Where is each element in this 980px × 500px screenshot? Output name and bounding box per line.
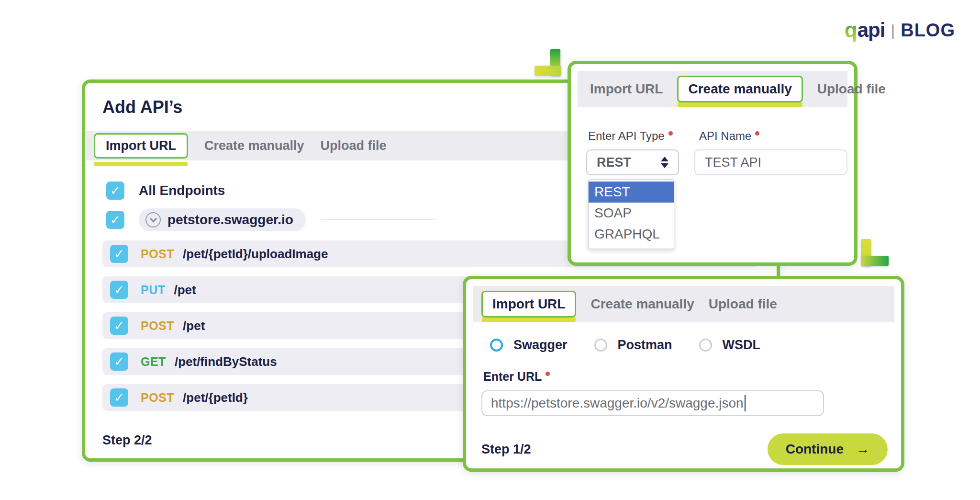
tab-import-url[interactable]: Import URL (94, 133, 188, 159)
checkbox-checked-icon[interactable] (106, 182, 124, 200)
tab-create-manually[interactable]: Create manually (204, 138, 304, 153)
page: q api | BLOG Add API’s Import URL Create… (0, 0, 980, 500)
api-type-label: Enter API Type (588, 129, 699, 143)
host-pill[interactable]: petstore.swagger.io (139, 208, 306, 231)
arrow-right-icon: → (856, 442, 869, 457)
api-type-select[interactable]: REST (586, 149, 679, 175)
tab-create-manually[interactable]: Create manually (590, 296, 694, 312)
corner-accent-icon (861, 256, 889, 266)
required-indicator (668, 131, 673, 136)
brand-logo: q api | BLOG (845, 18, 955, 42)
api-name-input[interactable] (694, 149, 847, 175)
endpoint-method: GET (141, 355, 166, 369)
checkbox-checked-icon[interactable] (110, 352, 128, 371)
corner-accent-icon (535, 66, 561, 76)
logo-divider: | (891, 21, 895, 40)
api-name-label: API Name (699, 129, 759, 143)
endpoint-method: POST (141, 391, 174, 405)
url-input[interactable]: https://petstore.swagger.io/v2/swagge.js… (481, 390, 824, 416)
api-type-dropdown: REST SOAP GRAPHQL (588, 179, 674, 249)
endpoint-method: PUT (141, 283, 166, 297)
checkbox-checked-icon[interactable] (110, 281, 128, 299)
endpoint-path: /pet/findByStatus (175, 354, 277, 369)
tab-upload-file[interactable]: Upload file (709, 296, 777, 312)
radio-unselected-icon[interactable] (594, 339, 607, 352)
radio-item-postman[interactable]: Postman (594, 338, 672, 352)
url-label: Enter URL (483, 370, 894, 384)
url-value: https://petstore.swagger.io/v2/swagge.js… (491, 396, 744, 411)
logo-api-text: api (858, 19, 885, 42)
dropdown-option-graphql[interactable]: GRAPHQL (589, 224, 674, 245)
logo-blog-text: BLOG (901, 20, 955, 41)
import-tab-bar: Import URL Create manually Upload file (473, 286, 894, 322)
tab-create-manually[interactable]: Create manually (677, 76, 802, 102)
endpoint-path: /pet (174, 283, 196, 297)
continue-button[interactable]: Continue → (768, 433, 888, 465)
dropdown-option-rest[interactable]: REST (589, 182, 674, 203)
create-manually-panel: Import URL Create manually Upload file E… (568, 61, 858, 266)
endpoint-path: /pet/{petId}/uploadImage (183, 247, 328, 261)
radio-item-swagger[interactable]: Swagger (490, 338, 568, 352)
chevron-down-icon[interactable] (145, 212, 161, 227)
required-indicator (546, 372, 550, 376)
required-indicator (755, 131, 759, 136)
radio-selected-icon[interactable] (490, 339, 503, 352)
tab-upload-file[interactable]: Upload file (817, 81, 886, 97)
endpoint-method: POST (141, 247, 174, 261)
divider-line (321, 219, 436, 220)
endpoint-path: /pet (183, 318, 205, 333)
checkbox-checked-icon[interactable] (106, 211, 124, 229)
format-radio-group: Swagger Postman WSDL (490, 338, 894, 352)
tab-import-url[interactable]: Import URL (481, 291, 576, 318)
radio-item-wsdl[interactable]: WSDL (699, 338, 760, 352)
import-url-panel: Import URL Create manually Upload file S… (463, 276, 904, 472)
logo-q-glyph: q (845, 18, 857, 42)
all-endpoints-label: All Endpoints (139, 183, 225, 198)
tab-upload-file[interactable]: Upload file (321, 138, 387, 153)
tab-import-url[interactable]: Import URL (590, 81, 663, 97)
api-type-value: REST (597, 155, 631, 170)
endpoint-method: POST (141, 319, 174, 333)
checkbox-checked-icon[interactable] (110, 317, 128, 335)
radio-unselected-icon[interactable] (699, 339, 712, 352)
host-label: petstore.swagger.io (167, 212, 293, 227)
checkbox-checked-icon[interactable] (110, 388, 128, 407)
create-tab-bar: Import URL Create manually Upload file (578, 71, 847, 107)
text-cursor-caret (745, 395, 746, 411)
step-indicator: Step 1/2 (481, 442, 531, 457)
checkbox-checked-icon[interactable] (110, 245, 128, 263)
dropdown-option-soap[interactable]: SOAP (589, 203, 674, 224)
endpoint-path: /pet/{petId} (183, 390, 248, 405)
select-stepper-icon (661, 157, 668, 168)
